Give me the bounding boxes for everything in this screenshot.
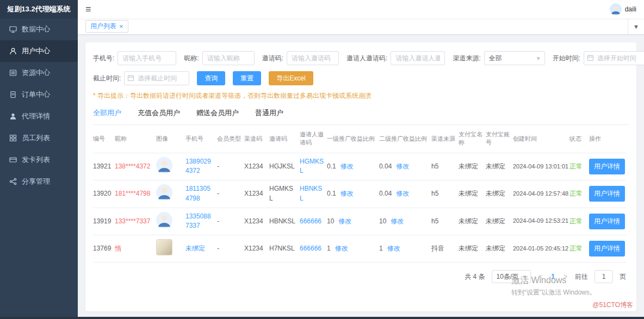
column-header: 渠道来源 bbox=[431, 125, 459, 153]
modify-level2-link[interactable]: 修改 bbox=[396, 162, 409, 170]
next-page-button[interactable]: > bbox=[562, 273, 568, 280]
column-header: 支付宝账号 bbox=[486, 125, 513, 153]
prev-page-button[interactable]: < bbox=[537, 273, 543, 280]
user-avatar-icon bbox=[610, 3, 622, 15]
user-detail-button[interactable]: 用户详情 bbox=[589, 159, 625, 174]
hamburger-icon[interactable]: ≡ bbox=[85, 4, 91, 14]
user-type-tab[interactable]: 普通用户 bbox=[255, 108, 283, 118]
goto-page-input[interactable] bbox=[595, 270, 613, 283]
cell-inviter-code: HBNKSL bbox=[300, 180, 327, 208]
invite-code-input[interactable] bbox=[287, 51, 339, 65]
cell-alipay-account: 未绑定 bbox=[486, 180, 513, 208]
sidebar-item-label: 代理详情 bbox=[22, 111, 50, 121]
tags-bar: 用户列表 × ▼ bbox=[78, 18, 644, 35]
tab-user-list[interactable]: 用户列表 × bbox=[85, 20, 128, 33]
inviter-code-link[interactable]: HGMKSL bbox=[300, 158, 324, 174]
search-button[interactable]: 查询 bbox=[197, 71, 225, 85]
user-type-tab[interactable]: 赠送会员用户 bbox=[196, 108, 239, 118]
sidebar-item-share-manage[interactable]: 分享管理 bbox=[0, 171, 78, 192]
page-size-select[interactable]: 10条/页 ▼ bbox=[492, 270, 531, 283]
phone-input[interactable] bbox=[117, 51, 176, 65]
cell-inviter-code: HGMKSL bbox=[300, 153, 327, 180]
cell-invite-code: HGJKSL bbox=[269, 153, 300, 180]
table-header-row: 编号昵称图像手机号会员类型渠道码邀请码邀请人邀请码一级推广收益比例二级推广收益比… bbox=[93, 125, 626, 153]
sidebar-item-label: 分享管理 bbox=[22, 177, 50, 186]
cell-phone: 18113054798 bbox=[185, 180, 217, 208]
inviter-code-link[interactable]: HBNKSL bbox=[300, 185, 322, 202]
cell-id: 13920 bbox=[93, 180, 115, 208]
user-detail-button[interactable]: 用户详情 bbox=[589, 186, 625, 202]
main-area: ≡ daili 用户列表 × ▼ 手机号: bbox=[78, 0, 644, 319]
channel-select[interactable]: 全部 ▼ bbox=[484, 51, 545, 65]
start-time-input[interactable] bbox=[584, 51, 644, 65]
modify-level2-link[interactable]: 修改 bbox=[396, 190, 409, 197]
current-page[interactable]: 1 bbox=[550, 273, 556, 280]
sidebar-item-user-center[interactable]: 用户中心 bbox=[0, 40, 78, 62]
inviter-code-link[interactable]: 666666 bbox=[300, 217, 321, 225]
nickname-input[interactable] bbox=[202, 51, 255, 65]
modify-level1-link[interactable]: 修改 bbox=[338, 217, 351, 225]
cell-member-type: - bbox=[217, 208, 244, 235]
sidebar: 短剧13.2代理端系统 数据中心用户中心资源中心订单中心代理详情员工列表发卡列表… bbox=[0, 0, 78, 319]
cell-inviter-code: 666666 bbox=[300, 208, 327, 235]
sidebar-nav: 数据中心用户中心资源中心订单中心代理详情员工列表发卡列表分享管理 bbox=[0, 18, 78, 192]
cell-member-type: - bbox=[217, 153, 244, 180]
column-header: 编号 bbox=[93, 125, 115, 153]
monitor-icon bbox=[9, 26, 17, 33]
sidebar-item-order-center[interactable]: 订单中心 bbox=[0, 84, 78, 105]
site-badge: @51CTO博客 bbox=[592, 301, 633, 310]
table-row: 13919133****733713350887337-X1234HBNKSL6… bbox=[93, 208, 626, 235]
user-type-tab[interactable]: 全部用户 bbox=[93, 108, 121, 118]
modify-level1-link[interactable]: 修改 bbox=[340, 190, 354, 197]
sidebar-item-card-list[interactable]: 发卡列表 bbox=[0, 149, 78, 171]
sidebar-item-agent-detail[interactable]: 代理详情 bbox=[0, 105, 78, 127]
phone-link[interactable]: 13890294372 bbox=[185, 158, 211, 174]
sidebar-item-data-center[interactable]: 数据中心 bbox=[0, 18, 78, 40]
cell-phone: 13890294372 bbox=[185, 153, 217, 180]
grid-icon bbox=[9, 134, 17, 142]
modify-level1-link[interactable]: 修改 bbox=[340, 162, 354, 170]
user-detail-button[interactable]: 用户详情 bbox=[589, 241, 625, 257]
modify-level2-link[interactable]: 修改 bbox=[387, 245, 400, 252]
cell-invite-code: H7NKSL bbox=[269, 235, 300, 262]
end-time-input[interactable] bbox=[124, 71, 189, 85]
username: daili bbox=[625, 5, 636, 13]
sidebar-item-label: 资源中心 bbox=[22, 68, 50, 78]
sidebar-item-label: 订单中心 bbox=[22, 90, 50, 99]
chevron-down-icon: ▼ bbox=[522, 274, 527, 280]
column-header: 手机号 bbox=[185, 125, 217, 153]
cell-invite-code: HGMKSL bbox=[269, 180, 300, 208]
export-tip: * 导出提示：导出数据前请进行时间或者渠道等筛选，否则导出数据量过多易出现卡顿或… bbox=[93, 91, 629, 101]
user-list-card: 手机号: 昵称: 邀请码: 邀请人邀请码: bbox=[85, 42, 636, 311]
sidebar-item-label: 数据中心 bbox=[22, 24, 50, 34]
cell-source: h5 bbox=[431, 153, 459, 180]
modify-level1-link[interactable]: 修改 bbox=[335, 245, 348, 252]
end-time-label: 截止时间: bbox=[93, 74, 121, 83]
content-area: 手机号: 昵称: 邀请码: 邀请人邀请码: bbox=[78, 35, 644, 319]
modify-level2-link[interactable]: 修改 bbox=[391, 217, 404, 225]
cell-source: h5 bbox=[431, 180, 459, 208]
phone-link[interactable]: 18113054798 bbox=[185, 185, 210, 202]
chevron-down-icon[interactable]: ▼ bbox=[628, 18, 644, 34]
user-type-tab[interactable]: 充值会员用户 bbox=[138, 108, 180, 118]
cell-level1-ratio: 10修改 bbox=[327, 208, 379, 235]
reset-button[interactable]: 重置 bbox=[233, 71, 261, 85]
column-header: 状态 bbox=[569, 125, 589, 153]
app-window: 短剧13.2代理端系统 数据中心用户中心资源中心订单中心代理详情员工列表发卡列表… bbox=[0, 0, 644, 319]
user-detail-button[interactable]: 用户详情 bbox=[589, 214, 625, 229]
inviter-code-input[interactable] bbox=[391, 51, 445, 65]
inviter-code-link[interactable]: 666666 bbox=[300, 245, 321, 252]
invite-code-label: 邀请码: bbox=[262, 54, 283, 63]
cell-alipay-name: 未绑定 bbox=[459, 153, 486, 180]
phone-link[interactable]: 未绑定 bbox=[185, 245, 205, 252]
sidebar-item-resource-center[interactable]: 资源中心 bbox=[0, 62, 78, 84]
cell-level1-ratio: 1修改 bbox=[327, 235, 379, 262]
export-excel-button[interactable]: 导出Excel bbox=[269, 71, 313, 85]
user-table: 编号昵称图像手机号会员类型渠道码邀请码邀请人邀请码一级推广收益比例二级推广收益比… bbox=[93, 125, 626, 262]
close-icon[interactable]: × bbox=[119, 23, 123, 30]
start-time-filter: 开始时间: bbox=[553, 51, 644, 65]
user-menu[interactable]: daili bbox=[610, 3, 636, 15]
sidebar-item-staff-list[interactable]: 员工列表 bbox=[0, 127, 78, 149]
cell-created: 2024-04-09 12:57:48 bbox=[513, 180, 569, 208]
phone-link[interactable]: 13350887337 bbox=[185, 212, 211, 229]
